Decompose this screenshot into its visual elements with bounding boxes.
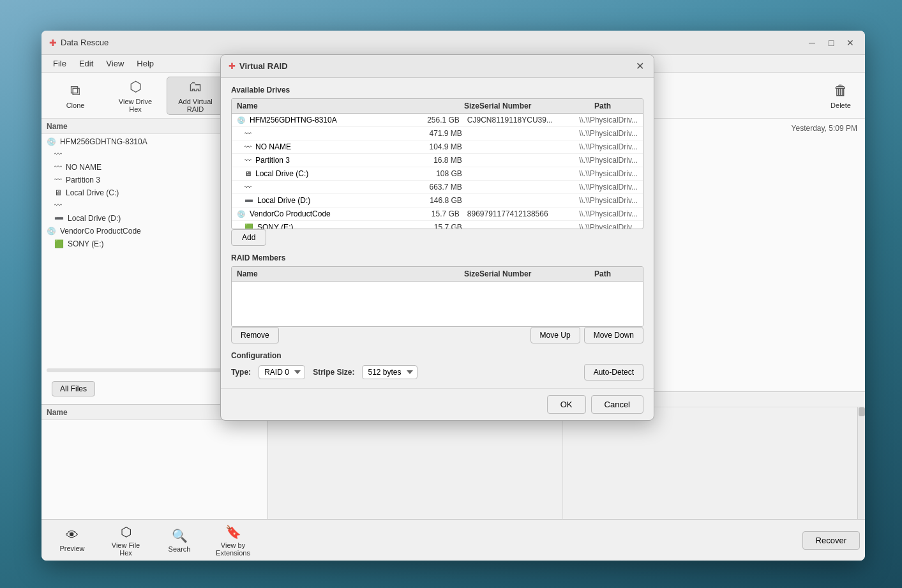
drive-name: Partition 3: [66, 176, 100, 185]
view-file-hex-button[interactable]: ⬡ View File Hex: [100, 523, 151, 558]
menu-view[interactable]: View: [100, 57, 130, 70]
col-size-header: Size: [416, 102, 479, 110]
add-button[interactable]: Add: [231, 229, 266, 246]
table-row[interactable]: 〰 471.9 MB \\.\\PhysicalDriv...: [232, 127, 643, 140]
stripe-size-label: Stripe Size:: [313, 368, 354, 377]
app-icon: ✚: [49, 38, 57, 48]
raid-members-table-body[interactable]: [232, 282, 643, 326]
available-drives-table-body[interactable]: 💿HFM256GDHTNG-8310A 256.1 GB CJ9CN811911…: [232, 114, 643, 229]
right-scrollbar[interactable]: [857, 407, 865, 519]
row-path: \\.\\PhysicalDriv...: [579, 169, 638, 178]
delete-button[interactable]: 🗑 Delete: [812, 77, 865, 115]
drive-name: SONY (E:): [68, 239, 103, 248]
cancel-button[interactable]: Cancel: [591, 395, 643, 414]
drive-list-header-label: Name: [47, 122, 68, 131]
left-panel-bottom: Name: [41, 404, 267, 519]
available-drives-table-header: Name Size Serial Number Path: [232, 99, 643, 114]
menu-edit[interactable]: Edit: [73, 57, 100, 70]
drive-icon: 🖥: [54, 188, 62, 197]
row-serial: CJ9CN8119118YCU39...: [467, 116, 579, 124]
add-virtual-raid-icon: 🗂: [188, 79, 202, 95]
row-icon: 💿: [237, 210, 246, 218]
dialog-footer: OK Cancel: [221, 388, 654, 420]
move-down-button[interactable]: Move Down: [584, 327, 643, 343]
title-bar: ✚ Data Rescue ─ □ ✕: [41, 31, 865, 55]
delete-icon: 🗑: [834, 82, 848, 99]
view-drive-hex-button[interactable]: ⬡ View Drive Hex: [107, 77, 164, 115]
move-up-button[interactable]: Move Up: [530, 327, 580, 343]
table-row[interactable]: 🟩SONY (E:) 15.7 GB \\.\\PhysicalDriv...: [232, 221, 643, 229]
available-drives-label: Available Drives: [231, 86, 643, 94]
view-file-hex-icon: ⬡: [121, 524, 132, 539]
table-row[interactable]: 〰Partition 3 16.8 MB \\.\\PhysicalDriv..…: [232, 154, 643, 167]
row-icon: 💿: [237, 116, 246, 124]
row-icon: 🖥: [244, 170, 252, 177]
properties-content: [268, 407, 865, 519]
date-label: Yesterday, 5:09 PM: [792, 124, 857, 133]
ok-button[interactable]: OK: [547, 395, 586, 414]
view-by-extensions-icon: 🔖: [225, 524, 241, 539]
drive-icon: 〰: [54, 201, 62, 210]
members-col-path-header: Path: [594, 269, 638, 278]
table-row[interactable]: 💿VendorCo ProductCode 15.7 GB 8969791177…: [232, 207, 643, 221]
row-size: 146.8 GB: [409, 196, 470, 205]
drive-name: HFM256GDHTNG-8310A: [60, 137, 147, 146]
row-size: 104.9 MB: [409, 142, 470, 151]
table-row[interactable]: 〰NO NAME 104.9 MB \\.\\PhysicalDriv...: [232, 140, 643, 154]
view-by-extensions-button[interactable]: 🔖 View by Extensions: [207, 523, 259, 558]
raid-members-table: Name Size Serial Number Path: [231, 266, 643, 327]
raid-members-table-header: Name Size Serial Number Path: [232, 267, 643, 282]
drive-name: Local Drive (C:): [66, 188, 119, 197]
drive-icon: 🟩: [54, 239, 64, 248]
add-virtual-raid-label: Add Virtual RAID: [174, 98, 217, 113]
dialog-body: Available Drives Name Size Serial Number…: [221, 78, 654, 388]
preview-button[interactable]: 👁 Preview: [47, 523, 98, 558]
raid-members-label: RAID Members: [231, 253, 643, 262]
table-row[interactable]: 〰 663.7 MB \\.\\PhysicalDriv...: [232, 181, 643, 194]
row-path: \\.\\PhysicalDriv...: [579, 142, 638, 151]
type-label: Type:: [231, 368, 251, 377]
drive-name: NO NAME: [66, 163, 101, 172]
raid-type-select[interactable]: RAID 0 RAID 1 RAID 5: [259, 365, 305, 379]
clone-label: Clone: [66, 102, 85, 109]
add-virtual-raid-button[interactable]: 🗂 Add Virtual RAID: [167, 77, 224, 115]
row-size: 663.7 MB: [409, 183, 470, 192]
members-col-name-header: Name: [237, 269, 416, 278]
row-size: 471.9 MB: [409, 129, 470, 138]
view-file-hex-label: View File Hex: [105, 541, 146, 557]
close-button[interactable]: ✕: [843, 36, 857, 50]
row-icon: 〰: [244, 130, 252, 137]
maximize-button[interactable]: □: [824, 36, 838, 50]
row-icon: 〰: [244, 143, 252, 151]
search-button[interactable]: 🔍 Search: [154, 523, 205, 558]
drive-icon: 〰: [54, 150, 62, 159]
table-row[interactable]: ➖Local Drive (D:) 146.8 GB \\.\\Physical…: [232, 194, 643, 207]
menu-help[interactable]: Help: [130, 57, 160, 70]
app-title: Data Rescue: [61, 38, 109, 47]
recover-button[interactable]: Recover: [802, 531, 860, 550]
menu-file[interactable]: File: [47, 57, 73, 70]
row-size: 15.7 GB: [405, 209, 467, 218]
col-path-header: Path: [594, 102, 638, 110]
minimize-button[interactable]: ─: [805, 36, 819, 50]
props-values: [563, 407, 857, 519]
dialog-close-button[interactable]: ✕: [633, 60, 646, 73]
table-row[interactable]: 💿HFM256GDHTNG-8310A 256.1 GB CJ9CN811911…: [232, 114, 643, 127]
drive-icon: 💿: [47, 137, 56, 146]
search-icon: 🔍: [172, 528, 188, 543]
members-col-serial-header: Serial Number: [479, 269, 594, 278]
window-controls: ─ □ ✕: [805, 36, 857, 50]
view-drive-hex-label: View Drive Hex: [113, 98, 158, 113]
clone-button[interactable]: ⧉ Clone: [47, 77, 104, 115]
drive-name: Local Drive (D:): [68, 214, 121, 223]
delete-container: 🗑 Delete: [822, 77, 860, 115]
table-row[interactable]: 🖥Local Drive (C:) 108 GB \\.\\PhysicalDr…: [232, 167, 643, 181]
remove-button[interactable]: Remove: [231, 327, 279, 343]
view-by-extensions-label: View by Extensions: [213, 541, 253, 557]
drive-icon: ➖: [54, 214, 64, 223]
auto-detect-button[interactable]: Auto-Detect: [584, 364, 643, 381]
all-files-button[interactable]: All Files: [52, 381, 95, 396]
dialog-icon: ✚: [229, 61, 236, 71]
stripe-size-select[interactable]: 512 bytes 1 KB 2 KB 4 KB: [362, 365, 417, 379]
drive-icon: 💿: [47, 227, 56, 236]
